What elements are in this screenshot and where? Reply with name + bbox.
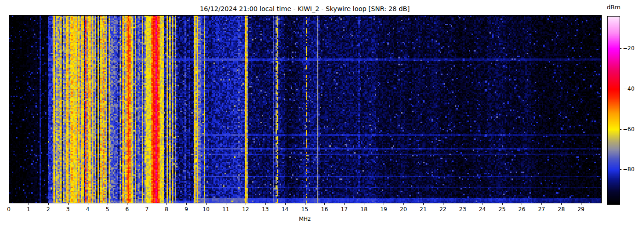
colorbar-tick-mark [620,129,621,130]
x-tick-label: 2 [46,206,50,213]
x-tick-label: 6 [126,206,129,213]
x-tick-mark [226,203,226,205]
x-tick-label: 14 [282,206,288,213]
x-tick-mark [324,203,325,205]
figure-title: 16/12/2024 21:00 local time - KIWI_2 - S… [9,5,601,12]
x-tick-label: 17 [341,206,348,213]
x-tick-mark [186,203,187,205]
x-tick-mark [29,203,29,205]
x-tick-label: 3 [66,206,70,213]
x-tick-mark [265,203,266,205]
x-tick-label: 13 [262,206,269,213]
x-tick-label: 27 [538,206,545,213]
spectrogram-figure: 16/12/2024 21:00 local time - KIWI_2 - S… [0,0,644,230]
x-tick-mark [285,203,286,205]
x-tick-label: 0 [7,206,11,213]
colorbar-tick-label: −20 [623,45,634,52]
x-tick-label: 5 [106,206,109,213]
colorbar-tick-label: −80 [623,166,634,172]
colorbar [607,16,620,205]
colorbar-tick-label: −60 [623,126,634,132]
colorbar-tick-label: −40 [623,86,634,92]
x-tick-mark [581,203,581,205]
colorbar-unit-label: dBm [602,4,626,11]
colorbar-gradient-canvas [608,17,620,204]
frequency-axis: 0123456789101112131415161718192021222324… [9,203,601,217]
x-tick-label: 18 [361,206,368,213]
x-tick-mark [127,203,127,205]
x-tick-label: 9 [184,206,188,213]
x-tick-mark [147,203,147,205]
x-tick-mark [88,203,88,205]
x-tick-mark [167,203,167,205]
x-tick-mark [561,203,562,205]
x-tick-mark [541,203,542,205]
x-tick-label: 24 [479,206,486,213]
x-tick-mark [483,203,483,205]
x-tick-label: 8 [165,206,168,213]
colorbar-tick-mark [620,48,621,49]
x-tick-label: 25 [499,206,506,213]
x-tick-mark [423,203,424,205]
x-tick-label: 28 [558,206,565,213]
x-tick-mark [344,203,345,205]
spectrogram-canvas [9,16,601,203]
x-tick-mark [206,203,207,205]
frequency-axis-label: MHz [9,216,601,222]
colorbar-tick-area: −20−40−60−80 [620,16,644,204]
x-tick-mark [384,203,384,205]
x-tick-mark [305,203,305,205]
colorbar-tick-mark [620,169,621,170]
x-tick-label: 1 [27,206,30,213]
x-tick-label: 4 [86,206,90,213]
x-tick-label: 19 [380,206,387,213]
x-tick-label: 21 [420,206,426,213]
x-tick-label: 29 [577,206,584,213]
x-tick-mark [9,203,9,205]
x-tick-label: 16 [321,206,328,213]
x-tick-mark [48,203,49,205]
x-tick-mark [403,203,404,205]
colorbar-tick-mark [620,89,621,89]
x-tick-mark [246,203,246,205]
x-tick-mark [502,203,503,205]
x-tick-label: 26 [518,206,525,213]
x-tick-label: 22 [439,206,446,213]
x-tick-mark [68,203,69,205]
x-tick-mark [522,203,522,205]
x-tick-label: 15 [301,206,308,213]
x-tick-label: 23 [459,206,466,213]
x-tick-label: 10 [202,206,209,213]
x-tick-label: 12 [242,206,249,213]
x-tick-label: 20 [400,206,407,213]
x-tick-mark [443,203,443,205]
x-tick-mark [463,203,463,205]
x-tick-mark [364,203,364,205]
x-tick-label: 7 [145,206,149,213]
x-tick-label: 11 [222,206,229,213]
waterfall-plot-area [9,15,602,203]
x-tick-mark [108,203,108,205]
